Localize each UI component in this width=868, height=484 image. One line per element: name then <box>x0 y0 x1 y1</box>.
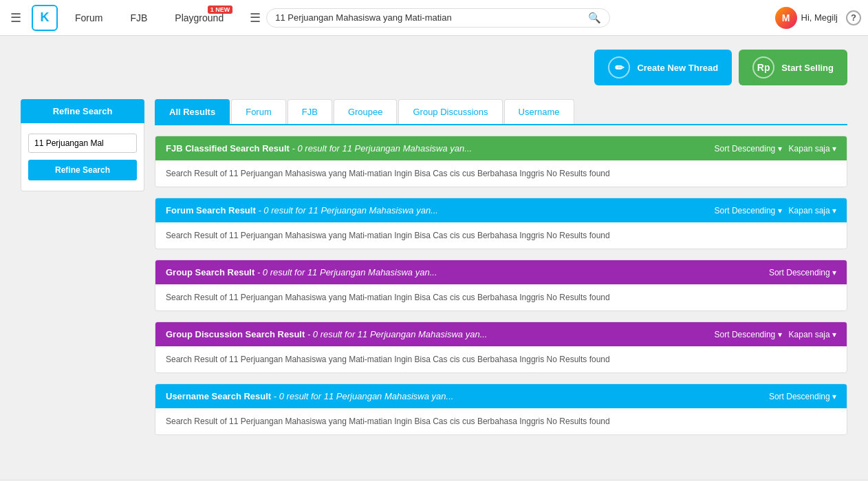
nav-playground-wrap: Playground 1 NEW <box>164 12 234 23</box>
forum-result-body: Search Result of 11 Perjuangan Mahasiswa… <box>155 222 847 249</box>
left-panel: Refine Search Refine Search <box>21 99 144 191</box>
group-discussion-kapan-dropdown[interactable]: Kapan saja ▾ <box>789 330 836 339</box>
header-right: M Hi, Megilj ? <box>775 7 861 29</box>
forum-result-title: Forum Search Result - 0 result for 11 Pe… <box>166 205 438 215</box>
username-result-controls: Sort Descending ▾ <box>769 392 836 401</box>
group-result-section: Group Search Result - 0 result for 11 Pe… <box>155 260 847 311</box>
menu-icon[interactable]: ☰ <box>7 7 25 29</box>
header: ☰ K Forum FJB Playground 1 NEW ☰ 🔍 M Hi,… <box>0 0 868 36</box>
nav-playground[interactable]: Playground <box>175 12 224 23</box>
tab-all-results[interactable]: All Results <box>155 99 230 124</box>
fjb-kapan-dropdown[interactable]: Kapan saja ▾ <box>789 144 836 154</box>
group-result-header: Group Search Result - 0 result for 11 Pe… <box>155 260 847 284</box>
username-result-body: Search Result of 11 Perjuangan Mahasiswa… <box>155 408 847 434</box>
group-discussion-sort-dropdown[interactable]: Sort Descending ▾ <box>715 330 782 339</box>
search-input[interactable] <box>275 12 588 23</box>
username-result-header: Username Search Result - 0 result for 11… <box>155 384 847 408</box>
start-selling-button[interactable]: Rp Start Selling <box>739 50 847 85</box>
help-icon[interactable]: ? <box>846 10 861 25</box>
tabs: All Results Forum FJB Groupee Group Disc… <box>155 99 847 125</box>
group-discussion-result-header: Group Discussion Search Result - 0 resul… <box>155 322 847 346</box>
right-panel: All Results Forum FJB Groupee Group Disc… <box>155 99 847 445</box>
group-sort-dropdown[interactable]: Sort Descending ▾ <box>769 268 836 277</box>
search-section: Refine Search Refine Search All Results … <box>21 99 847 445</box>
search-box: 🔍 <box>266 8 610 28</box>
avatar: M <box>775 7 797 29</box>
sell-icon: Rp <box>752 56 774 78</box>
playground-badge: 1 NEW <box>208 6 233 14</box>
group-discussion-result-title: Group Discussion Search Result - 0 resul… <box>166 329 487 339</box>
username-result-title: Username Search Result - 0 result for 11… <box>166 391 453 401</box>
fjb-result-title: FJB Classified Search Result - 0 result … <box>166 143 472 154</box>
search-icon[interactable]: 🔍 <box>588 12 601 24</box>
greeting-text: Hi, Megilj <box>801 12 838 23</box>
tab-groupee[interactable]: Groupee <box>334 99 398 124</box>
refine-search-button[interactable]: Refine Search <box>28 160 137 180</box>
action-buttons: ✏ Create New Thread Rp Start Selling <box>21 50 847 85</box>
group-discussion-result-controls: Sort Descending ▾ Kapan saja ▾ <box>715 330 836 339</box>
group-discussion-result-section: Group Discussion Search Result - 0 resul… <box>155 322 847 373</box>
logo[interactable]: K <box>32 5 58 31</box>
create-thread-icon: ✏ <box>608 56 630 78</box>
group-discussion-result-body: Search Result of 11 Perjuangan Mahasiswa… <box>155 346 847 372</box>
tab-fjb[interactable]: FJB <box>287 99 332 124</box>
username-sort-dropdown[interactable]: Sort Descending ▾ <box>769 392 836 401</box>
user-profile[interactable]: M Hi, Megilj <box>775 7 838 29</box>
group-result-body: Search Result of 11 Perjuangan Mahasiswa… <box>155 284 847 311</box>
forum-result-header: Forum Search Result - 0 result for 11 Pe… <box>155 198 847 222</box>
search-hamburger-icon[interactable]: ☰ <box>244 7 266 29</box>
group-result-controls: Sort Descending ▾ <box>769 268 836 277</box>
forum-sort-dropdown[interactable]: Sort Descending ▾ <box>715 206 782 215</box>
forum-result-controls: Sort Descending ▾ Kapan saja ▾ <box>715 206 836 215</box>
nav-forum[interactable]: Forum <box>65 12 113 23</box>
nav-fjb[interactable]: FJB <box>120 12 158 23</box>
refine-search-input[interactable] <box>28 134 137 153</box>
search-area: ☰ 🔍 <box>244 7 774 29</box>
forum-kapan-dropdown[interactable]: Kapan saja ▾ <box>789 206 836 215</box>
username-result-section: Username Search Result - 0 result for 11… <box>155 383 847 435</box>
refine-header: Refine Search <box>21 99 144 123</box>
forum-result-section: Forum Search Result - 0 result for 11 Pe… <box>155 198 847 249</box>
footer: Navigation Home Forum Jual Beli Groupee … <box>0 480 868 484</box>
tab-forum[interactable]: Forum <box>231 99 286 124</box>
tab-username[interactable]: Username <box>504 99 574 124</box>
fjb-result-section: FJB Classified Search Result - 0 result … <box>155 136 847 187</box>
group-result-title: Group Search Result - 0 result for 11 Pe… <box>166 267 437 277</box>
tab-group-discussions[interactable]: Group Discussions <box>398 99 502 124</box>
header-left: ☰ K Forum FJB Playground 1 NEW <box>7 5 234 31</box>
refine-body: Refine Search <box>21 123 144 191</box>
fjb-sort-dropdown[interactable]: Sort Descending ▾ <box>715 144 782 154</box>
create-thread-button[interactable]: ✏ Create New Thread <box>594 50 732 85</box>
fjb-result-body: Search Result of 11 Perjuangan Mahasiswa… <box>155 160 847 187</box>
main-content: ✏ Create New Thread Rp Start Selling Ref… <box>0 36 868 459</box>
fjb-result-header: FJB Classified Search Result - 0 result … <box>155 136 847 160</box>
fjb-result-controls: Sort Descending ▾ Kapan saja ▾ <box>715 144 836 154</box>
